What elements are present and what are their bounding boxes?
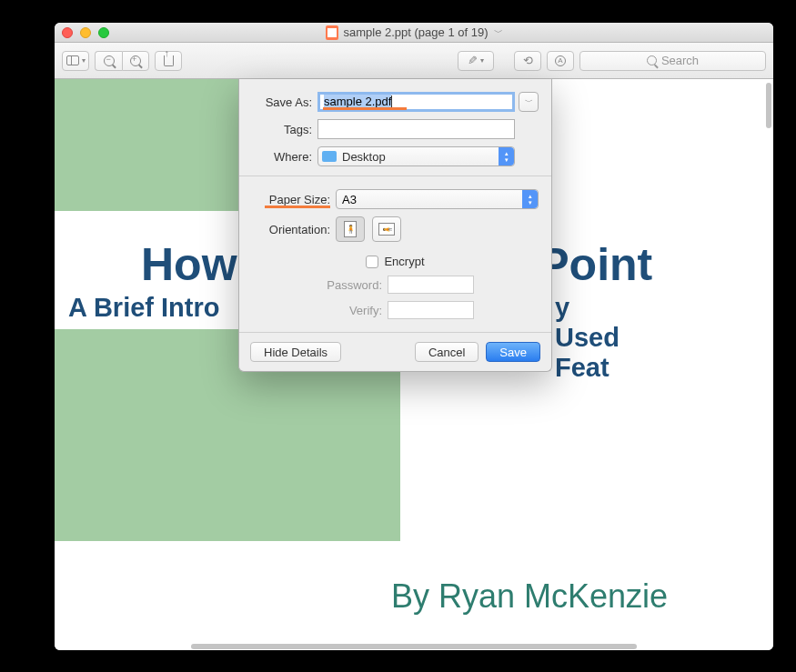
titlebar: sample 2.ppt (page 1 of 19) ﹀: [55, 23, 773, 43]
landscape-page-icon: 🧍: [378, 223, 395, 236]
slide-subtitle: A Brief Intro y Used Feat: [68, 293, 219, 323]
annotation-underline-icon: [265, 206, 330, 208]
orientation-buttons: 🧍 🧍: [336, 216, 401, 242]
verify-label: Verify:: [317, 304, 388, 317]
where-row: Where: Desktop: [252, 146, 539, 166]
zoom-out-button[interactable]: [95, 51, 122, 71]
share-icon: [164, 55, 174, 66]
save-as-filename-selection: sample 2.pdf: [324, 95, 391, 108]
orientation-label: Orientation:: [252, 223, 336, 236]
rotate-button[interactable]: [514, 51, 541, 71]
verify-input[interactable]: [388, 301, 474, 319]
tags-input[interactable]: [317, 119, 515, 139]
search-field[interactable]: Search: [579, 51, 766, 71]
select-arrows-icon: [522, 190, 538, 208]
tags-row: Tags:: [252, 119, 539, 139]
chevron-down-icon: ▾: [480, 56, 484, 65]
title-dropdown-chevron-icon[interactable]: ﹀: [494, 26, 503, 39]
portrait-page-icon: 🧍: [344, 221, 357, 237]
zoom-group: [95, 51, 149, 71]
folder-icon: [322, 151, 337, 162]
search-placeholder: Search: [661, 54, 699, 67]
save-as-row: Save As: sample 2.pdf ﹀: [252, 92, 539, 112]
slide-subtitle-right: y Used Feat: [555, 293, 620, 383]
verify-row: Verify:: [252, 301, 539, 319]
save-dialog-top: Save As: sample 2.pdf ﹀ Tags: Where: Des…: [239, 79, 551, 176]
where-label: Where:: [252, 150, 317, 164]
hide-details-button[interactable]: Hide Details: [250, 342, 341, 362]
rotate-icon: [523, 54, 533, 67]
toolbar: ▾ ▾ Search: [55, 43, 773, 79]
password-label: Password:: [317, 278, 388, 292]
minimize-window-button[interactable]: [80, 27, 91, 38]
orientation-landscape-button[interactable]: 🧍: [372, 216, 401, 242]
save-button[interactable]: Save: [486, 342, 540, 362]
annotation-underline-icon: [323, 107, 407, 110]
password-input[interactable]: [388, 276, 474, 294]
paper-size-label-text: Paper Size:: [269, 193, 330, 206]
save-dialog-bottom: Hide Details Cancel Save: [239, 333, 551, 371]
slide-subtitle-left: A Brief Intro: [68, 293, 219, 322]
vertical-scrollbar[interactable]: [766, 83, 771, 128]
markup-icon: [555, 55, 566, 66]
maximize-window-button[interactable]: [98, 27, 109, 38]
document-icon: [326, 25, 338, 40]
password-row: Password:: [252, 276, 539, 294]
paper-size-value: A3: [342, 193, 357, 206]
orientation-portrait-button[interactable]: 🧍: [336, 216, 365, 242]
select-arrows-icon: [499, 147, 514, 165]
expand-save-dialog-button[interactable]: ﹀: [519, 92, 539, 112]
search-icon: [647, 55, 657, 65]
person-rotated-icon: 🧍: [382, 225, 391, 235]
paper-size-row: Paper Size: A3: [252, 189, 539, 209]
encrypt-label: Encrypt: [384, 255, 424, 268]
chevron-down-icon: ▾: [82, 56, 86, 65]
orientation-row: Orientation: 🧍 🧍: [252, 216, 539, 242]
zoom-in-button[interactable]: [122, 51, 149, 71]
encrypt-row: Encrypt: [252, 255, 539, 268]
share-button[interactable]: [155, 51, 182, 71]
markup-button[interactable]: [547, 51, 574, 71]
person-icon: 🧍: [346, 225, 356, 234]
horizontal-scrollbar[interactable]: [191, 644, 637, 649]
where-value: Desktop: [342, 150, 386, 164]
save-as-input[interactable]: sample 2.pdf: [317, 92, 515, 112]
highlight-button[interactable]: ▾: [458, 51, 494, 71]
close-window-button[interactable]: [62, 27, 73, 38]
save-dialog-mid: Paper Size: A3 Orientation: 🧍 🧍 Encrypt: [239, 176, 551, 332]
zoom-out-icon: [104, 55, 115, 66]
tags-label: Tags:: [252, 123, 317, 136]
encrypt-checkbox[interactable]: [366, 256, 378, 268]
save-as-label: Save As:: [252, 95, 317, 109]
paper-size-select[interactable]: A3: [336, 189, 539, 209]
traffic-lights: [62, 27, 109, 38]
sidebar-icon: [66, 55, 79, 65]
save-dialog: Save As: sample 2.pdf ﹀ Tags: Where: Des…: [238, 79, 552, 372]
slide-author: By Ryan McKenzie: [391, 577, 668, 616]
zoom-in-icon: [130, 55, 141, 66]
slide-title-left: How: [141, 239, 237, 290]
window-title: sample 2.ppt (page 1 of 19) ﹀: [55, 25, 773, 40]
save-as-wrap: sample 2.pdf ﹀: [317, 92, 539, 112]
where-select[interactable]: Desktop: [317, 146, 515, 166]
sidebar-toggle-button[interactable]: ▾: [62, 51, 89, 71]
cancel-button[interactable]: Cancel: [415, 342, 479, 362]
pencil-icon: [468, 54, 478, 67]
slide-title: How erPoint: [141, 238, 237, 291]
window-title-text: sample 2.ppt (page 1 of 19): [344, 25, 489, 39]
paper-size-label: Paper Size:: [252, 193, 336, 206]
